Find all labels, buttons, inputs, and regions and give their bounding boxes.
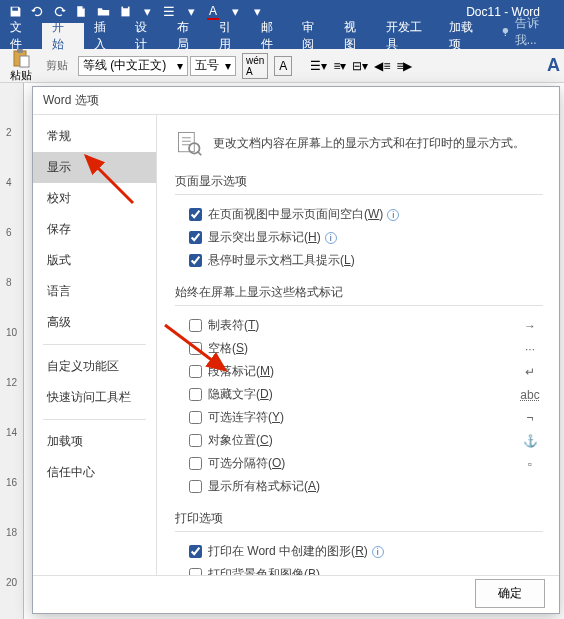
cat-save[interactable]: 保存 [33, 214, 156, 245]
lbl-anchor: 对象位置(C) [208, 432, 511, 449]
tab-insert[interactable]: 插入 [84, 23, 126, 49]
options-content: 更改文档内容在屏幕上的显示方式和在打印时的显示方式。 页面显示选项 在页面视图中… [157, 115, 559, 575]
indent-left-icon[interactable]: ◀≡ [374, 59, 390, 73]
lbl-hidden: 隐藏文字(D) [208, 386, 511, 403]
paragraph-mark-icon: ↵ [517, 365, 543, 379]
paste-icon[interactable] [116, 3, 134, 21]
display-heading-icon [175, 129, 203, 157]
qat-more-icon[interactable]: ▾ [248, 3, 266, 21]
svg-rect-1 [123, 6, 128, 8]
chk-tooltip[interactable] [189, 254, 202, 267]
lbl-space: 空格(S) [208, 340, 511, 357]
chk-tab[interactable] [189, 319, 202, 332]
cat-customize-ribbon[interactable]: 自定义功能区 [33, 351, 156, 382]
lbl-print-bg: 打印背景色和图像(B) [208, 566, 543, 575]
chevron-down-icon[interactable]: ▾ [226, 3, 244, 21]
info-icon[interactable]: i [325, 232, 337, 244]
cat-qat[interactable]: 快速访问工具栏 [33, 382, 156, 413]
section-format-marks: 始终在屏幕上显示这些格式标记 [175, 284, 543, 306]
tab-references[interactable]: 引用 [209, 23, 251, 49]
multilevel-icon[interactable]: ⊟▾ [352, 59, 368, 73]
tell-me[interactable]: 告诉我... [492, 15, 564, 49]
section-page-display: 页面显示选项 [175, 173, 543, 195]
font-size-combo[interactable]: 五号▾ [190, 56, 236, 76]
cat-layout[interactable]: 版式 [33, 245, 156, 276]
cat-proofing[interactable]: 校对 [33, 183, 156, 214]
tab-mail[interactable]: 邮件 [251, 23, 293, 49]
clipboard-label: 剪贴 [46, 58, 68, 73]
open-icon[interactable] [94, 3, 112, 21]
hyphen-mark-icon: ¬ [517, 411, 543, 425]
lbl-tab: 制表符(T) [208, 317, 511, 334]
chk-whitespace[interactable] [189, 208, 202, 221]
cat-language[interactable]: 语言 [33, 276, 156, 307]
ok-button[interactable]: 确定 [475, 579, 545, 608]
tab-home[interactable]: 开始 [42, 23, 84, 49]
cat-display[interactable]: 显示 [33, 152, 156, 183]
qat-icon-1[interactable]: ☰ [160, 3, 178, 21]
font-color-icon[interactable]: A [204, 3, 222, 21]
heading-text: 更改文档内容在屏幕上的显示方式和在打印时的显示方式。 [213, 135, 525, 152]
info-icon[interactable]: i [387, 209, 399, 221]
svg-rect-5 [179, 133, 195, 152]
tab-design[interactable]: 设计 [125, 23, 167, 49]
lbl-whitespace: 在页面视图中显示页面间空白(W)i [208, 206, 543, 223]
tab-review[interactable]: 审阅 [292, 23, 334, 49]
cat-advanced[interactable]: 高级 [33, 307, 156, 338]
lbl-highlight: 显示突出显示标记(H)i [208, 229, 543, 246]
tab-mark-icon: → [517, 319, 543, 333]
redo-icon[interactable] [50, 3, 68, 21]
ribbon-home: 粘贴 剪贴 等线 (中文正文)▾ 五号▾ wénA A ☰▾ ≡▾ ⊟▾ ◀≡ … [0, 49, 564, 83]
svg-line-10 [198, 152, 202, 156]
anchor-mark-icon: ⚓ [517, 434, 543, 448]
undo-icon[interactable] [28, 3, 46, 21]
word-options-dialog: Word 选项 常规 显示 校对 保存 版式 语言 高级 自定义功能区 快速访问… [32, 86, 560, 614]
chk-space[interactable] [189, 342, 202, 355]
lbl-print-drawings: 打印在 Word 中创建的图形(R)i [208, 543, 543, 560]
chk-hyphen[interactable] [189, 411, 202, 424]
space-mark-icon: ··· [517, 342, 543, 356]
lbl-break: 可选分隔符(O) [208, 455, 511, 472]
section-print: 打印选项 [175, 510, 543, 532]
chk-highlight[interactable] [189, 231, 202, 244]
bullets-icon[interactable]: ☰▾ [310, 59, 327, 73]
paste-button[interactable]: 粘贴 [4, 46, 38, 85]
numbering-icon[interactable]: ≡▾ [333, 59, 346, 73]
dialog-title: Word 选项 [33, 87, 559, 115]
lbl-hyphen: 可选连字符(Y) [208, 409, 511, 426]
chk-paragraph[interactable] [189, 365, 202, 378]
svg-rect-3 [17, 49, 23, 53]
lbl-paragraph: 段落标记(M) [208, 363, 511, 380]
svg-rect-4 [20, 56, 29, 67]
vertical-ruler: 2 4 6 8 10 12 14 16 18 20 [0, 83, 24, 619]
info-icon[interactable]: i [372, 546, 384, 558]
chk-print-drawings[interactable] [189, 545, 202, 558]
save-icon[interactable] [6, 3, 24, 21]
chk-anchor[interactable] [189, 434, 202, 447]
font-name-combo[interactable]: 等线 (中文正文)▾ [78, 56, 188, 76]
new-icon[interactable] [72, 3, 90, 21]
char-border-icon[interactable]: A [274, 56, 292, 76]
indent-right-icon[interactable]: ≡▶ [396, 59, 412, 73]
lbl-all-marks: 显示所有格式标记(A) [208, 478, 543, 495]
chk-all-marks[interactable] [189, 480, 202, 493]
cat-addins[interactable]: 加载项 [33, 426, 156, 457]
tab-view[interactable]: 视图 [334, 23, 376, 49]
cat-general[interactable]: 常规 [33, 121, 156, 152]
chk-break[interactable] [189, 457, 202, 470]
chk-print-bg[interactable] [189, 568, 202, 575]
paste-label: 粘贴 [10, 68, 32, 83]
chevron-down-icon[interactable]: ▾ [138, 3, 156, 21]
lbl-tooltip: 悬停时显示文档工具提示(L) [208, 252, 543, 269]
break-mark-icon: ▫ [517, 457, 543, 471]
chk-hidden[interactable] [189, 388, 202, 401]
tab-developer[interactable]: 开发工具 [376, 23, 439, 49]
hidden-mark-icon: abc [517, 388, 543, 402]
styles-icon[interactable]: A [547, 55, 560, 76]
qat-divider: ▾ [182, 3, 200, 21]
options-category-list: 常规 显示 校对 保存 版式 语言 高级 自定义功能区 快速访问工具栏 加载项 … [33, 115, 157, 575]
phonetic-icon[interactable]: wénA [242, 53, 268, 79]
tab-addins[interactable]: 加载项 [439, 23, 492, 49]
tab-layout[interactable]: 布局 [167, 23, 209, 49]
cat-trust[interactable]: 信任中心 [33, 457, 156, 488]
